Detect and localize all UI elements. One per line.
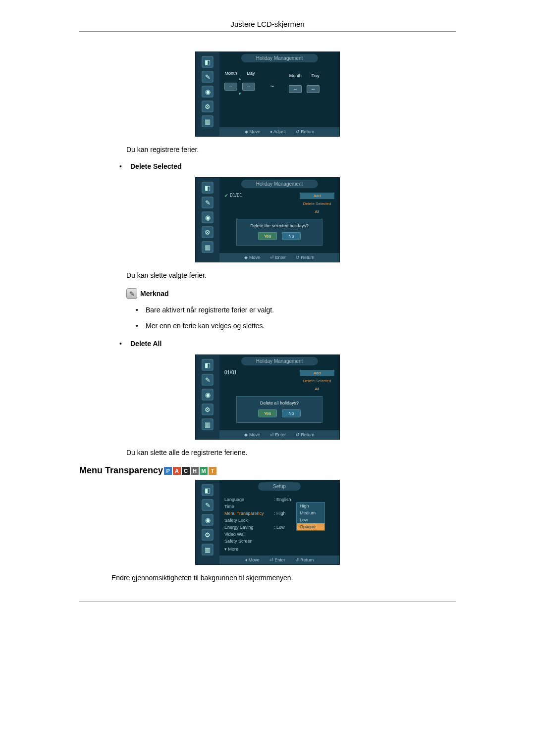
- hint-move: ◆ Move: [245, 129, 261, 134]
- input-icon: ◧: [202, 56, 214, 68]
- heading-menu-transparency: Menu Transparency P A C H M T: [79, 465, 456, 476]
- day-label: Day: [247, 71, 255, 76]
- note-item-1: Bare aktivert når registrerte ferier er …: [134, 306, 456, 314]
- holiday-item-checked[interactable]: 01/01: [224, 193, 242, 215]
- osd-delete-all: ◧ ✎ ◉ ⚙ ▥ Holiday Management 01/01 Add D…: [195, 354, 340, 440]
- setup-icon: ⚙: [202, 403, 214, 415]
- input-icon: ◧: [202, 182, 214, 194]
- end-day-box[interactable]: --: [307, 85, 320, 93]
- osd-title: Holiday Management: [241, 357, 318, 365]
- side-actions: Add Delete Selected All: [300, 370, 334, 392]
- badge-a: A: [173, 467, 181, 475]
- bullet-delete-all: Delete All: [116, 340, 456, 348]
- transparency-option[interactable]: Opaque: [297, 523, 324, 530]
- action-delete-selected[interactable]: Delete Selected: [300, 201, 334, 207]
- picture-icon: ✎: [202, 71, 214, 83]
- text-delete-selected: Du kan slette valgte ferier.: [126, 271, 456, 279]
- day-label-2: Day: [312, 73, 320, 78]
- osd-footer: ◆ Move ♦ Adjust ↺ Return: [219, 127, 339, 136]
- sound-icon: ◉: [202, 389, 214, 401]
- start-month-box[interactable]: --: [224, 83, 237, 91]
- sound-icon: ◉: [202, 211, 214, 223]
- range-tilde: ~: [268, 82, 276, 90]
- start-day-box[interactable]: --: [242, 83, 255, 91]
- hint-return: ↺ Return: [295, 557, 314, 562]
- transparency-options[interactable]: HighMediumLowOpaque: [296, 502, 325, 531]
- hint-enter: ⏎ Enter: [270, 255, 286, 260]
- top-rule: [79, 31, 456, 32]
- hint-move: ◆ Move: [244, 432, 260, 437]
- osd-sidebar: ◧ ✎ ◉ ⚙ ▥: [196, 355, 219, 439]
- input-icon: ◧: [202, 484, 214, 496]
- action-delete-selected[interactable]: Delete Selected: [300, 378, 334, 384]
- hint-move: ♦ Move: [245, 557, 260, 562]
- multi-icon: ▥: [202, 241, 214, 253]
- input-icon: ◧: [202, 359, 214, 371]
- action-all[interactable]: All: [300, 386, 334, 392]
- osd-holiday-add: ◧ ✎ ◉ ⚙ ▥ Holiday Management Month Day ▲…: [195, 51, 340, 137]
- dialog-yes-button[interactable]: Yes: [258, 232, 277, 240]
- note-label: Merknad: [140, 290, 169, 298]
- page-header: Justere LCD-skjermen: [79, 20, 456, 28]
- multi-icon: ▥: [202, 544, 214, 555]
- transparency-option[interactable]: Medium: [297, 509, 324, 516]
- note-list: Bare aktivert når registrerte ferier er …: [134, 306, 456, 330]
- osd-title: Setup: [258, 482, 301, 491]
- dialog-yes-button[interactable]: Yes: [258, 409, 277, 417]
- osd-footer: ◆ Move ⏎ Enter ↺ Return: [219, 253, 339, 262]
- text-register: Du kan registrere ferier.: [126, 146, 456, 153]
- arrow-up-icon[interactable]: ▲: [238, 78, 242, 81]
- note-row: ✎ Merknad: [126, 288, 456, 299]
- month-label-2: Month: [289, 73, 302, 78]
- osd-setup-transparency: ◧ ✎ ◉ ⚙ ▥ Setup Language: EnglishTimeMen…: [195, 480, 340, 565]
- date-range-row: Month Day ▲ -- -- ▼ ~ Month Day: [224, 71, 334, 96]
- dialog-text: Delete all holidays?: [240, 401, 319, 405]
- setup-item[interactable]: Safety Screen: [224, 539, 334, 544]
- badge-p: P: [164, 467, 172, 475]
- arrow-down-icon[interactable]: ▼: [238, 93, 242, 96]
- side-actions: Add Delete Selected All: [300, 193, 334, 215]
- transparency-option[interactable]: High: [297, 503, 324, 509]
- end-month-box[interactable]: --: [289, 85, 302, 93]
- bottom-rule: [79, 602, 456, 602]
- osd-sidebar: ◧ ✎ ◉ ⚙ ▥: [196, 52, 219, 136]
- badge-m: M: [200, 467, 208, 475]
- confirm-dialog: Delete the selected holidays? Yes No: [236, 219, 322, 246]
- text-transparency: Endre gjennomsiktigheten til bakgrunnen …: [111, 574, 456, 582]
- month-label: Month: [224, 71, 237, 76]
- osd-sidebar: ◧ ✎ ◉ ⚙ ▥: [196, 178, 219, 262]
- hint-enter: ⏎ Enter: [270, 432, 286, 437]
- setup-icon: ⚙: [202, 529, 214, 541]
- setup-item[interactable]: Video Wall: [224, 532, 334, 537]
- hint-move: ◆ Move: [244, 255, 260, 260]
- action-add[interactable]: Add: [300, 370, 334, 376]
- setup-icon: ⚙: [202, 101, 214, 112]
- hint-return: ↺ Return: [296, 255, 315, 260]
- transparency-option[interactable]: Low: [297, 516, 324, 523]
- setup-item[interactable]: Language: English: [224, 497, 334, 502]
- osd-footer: ♦ Move ⏎ Enter ↺ Return: [219, 555, 339, 564]
- note-icon: ✎: [126, 288, 137, 299]
- picture-icon: ✎: [202, 374, 214, 386]
- dialog-no-button[interactable]: No: [282, 409, 301, 417]
- osd-footer: ◆ Move ⏎ Enter ↺ Return: [219, 430, 339, 439]
- bullet-delete-selected: Delete Selected: [116, 162, 456, 170]
- hint-return: ↺ Return: [296, 129, 315, 134]
- sound-icon: ◉: [202, 86, 214, 98]
- badge-c: C: [182, 467, 190, 475]
- osd-sidebar: ◧ ✎ ◉ ⚙ ▥: [196, 480, 219, 564]
- more-indicator[interactable]: ▾ More: [224, 547, 238, 552]
- dialog-no-button[interactable]: No: [282, 232, 301, 240]
- badge-h: H: [191, 467, 199, 475]
- multi-icon: ▥: [202, 115, 214, 127]
- setup-icon: ⚙: [202, 226, 214, 238]
- dialog-text: Delete the selected holidays?: [240, 223, 319, 228]
- action-all[interactable]: All: [300, 208, 334, 215]
- osd-title: Holiday Management: [241, 54, 318, 62]
- holiday-item[interactable]: 01/01: [224, 370, 237, 392]
- hint-return: ↺ Return: [296, 432, 315, 437]
- multi-icon: ▥: [202, 418, 214, 430]
- picture-icon: ✎: [202, 197, 214, 208]
- action-add[interactable]: Add: [300, 193, 334, 199]
- osd-delete-selected: ◧ ✎ ◉ ⚙ ▥ Holiday Management 01/01 Add D…: [195, 177, 340, 262]
